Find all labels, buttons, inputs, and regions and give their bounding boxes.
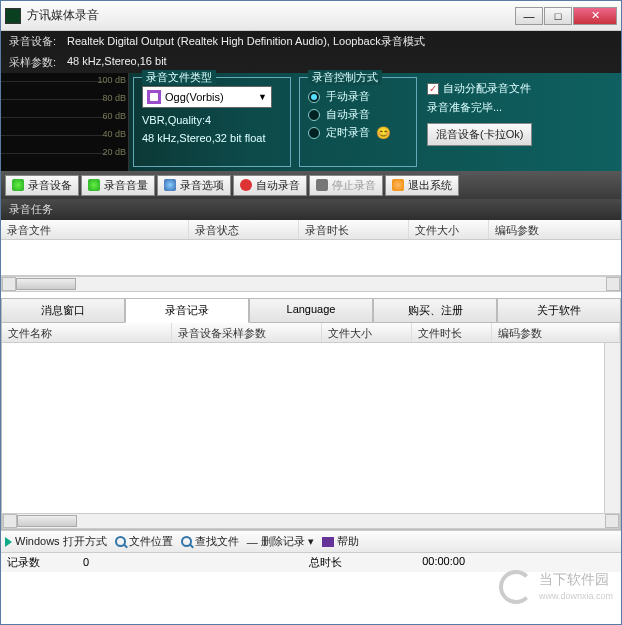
control-legend: 录音控制方式: [308, 70, 382, 85]
file-type-combo[interactable]: Ogg(Vorbis) ▼: [142, 86, 272, 108]
scroll-left-icon[interactable]: [2, 277, 16, 291]
rec-col-dur[interactable]: 文件时长: [412, 323, 492, 342]
tab-purchase[interactable]: 购买、注册: [373, 298, 497, 323]
mix-device-button[interactable]: 混音设备(卡拉Ok): [427, 123, 532, 146]
task-hscroll[interactable]: [1, 276, 621, 292]
record-icon: [240, 179, 252, 191]
task-col-size[interactable]: 文件大小: [409, 220, 489, 239]
control-mode-group: 录音控制方式 手动录音 自动录音 定时录音😊: [299, 77, 417, 167]
radio-icon: [308, 91, 320, 103]
tool-auto-record[interactable]: 自动录音: [233, 175, 307, 196]
tool-stop[interactable]: 停止录音: [309, 175, 383, 196]
scroll-right-icon[interactable]: [605, 514, 619, 528]
task-col-file[interactable]: 录音文件: [1, 220, 189, 239]
task-col-state[interactable]: 录音状态: [189, 220, 299, 239]
auto-alloc-checkbox[interactable]: ✓自动分配录音文件: [427, 81, 532, 96]
smiley-icon: 😊: [376, 126, 391, 140]
disk-icon: [147, 90, 161, 104]
level-meter: 100 dB 80 dB 60 dB 40 dB 20 dB: [1, 73, 129, 171]
task-list-body: [1, 240, 621, 276]
tab-records[interactable]: 录音记录: [125, 298, 249, 323]
stop-icon: [316, 179, 328, 191]
file-type-legend: 录音文件类型: [142, 70, 216, 85]
file-type-group: 录音文件类型 Ogg(Vorbis) ▼ VBR,Quality:4 48 kH…: [133, 77, 291, 167]
scroll-thumb[interactable]: [17, 515, 77, 527]
search-icon: [181, 536, 192, 547]
task-col-dur[interactable]: 录音时长: [299, 220, 409, 239]
open-with-button[interactable]: Windows 打开方式: [5, 534, 107, 549]
record-vscroll[interactable]: [604, 343, 620, 513]
radio-icon: [308, 109, 320, 121]
record-hscroll[interactable]: [2, 513, 620, 529]
rec-col-sample[interactable]: 录音设备采样参数: [172, 323, 322, 342]
file-type-selected: Ogg(Vorbis): [165, 91, 224, 103]
scroll-right-icon[interactable]: [606, 277, 620, 291]
options-icon: [164, 179, 176, 191]
tab-language[interactable]: Language: [249, 298, 373, 323]
count-label: 记录数: [7, 556, 40, 568]
titlebar: 方讯媒体录音 — □ ✕: [1, 1, 621, 31]
app-icon: [5, 8, 21, 24]
radio-timed[interactable]: 定时录音😊: [308, 125, 408, 140]
file-location-button[interactable]: 文件位置: [115, 534, 173, 549]
find-file-button[interactable]: 查找文件: [181, 534, 239, 549]
search-icon: [115, 536, 126, 547]
dur-value: 00:00:00: [422, 555, 465, 570]
play-icon: [5, 537, 12, 547]
radio-manual[interactable]: 手动录音: [308, 89, 408, 104]
status-bar: 记录数 0 总时长 00:00:00: [1, 552, 621, 572]
task-columns: 录音文件 录音状态 录音时长 文件大小 编码参数: [1, 220, 621, 240]
radio-auto[interactable]: 自动录音: [308, 107, 408, 122]
volume-icon: [88, 179, 100, 191]
tool-exit[interactable]: 退出系统: [385, 175, 459, 196]
window-title: 方讯媒体录音: [27, 7, 515, 24]
close-button[interactable]: ✕: [573, 7, 617, 25]
minus-icon: —: [247, 536, 258, 548]
watermark-logo-icon: [499, 570, 533, 604]
tab-messages[interactable]: 消息窗口: [1, 298, 125, 323]
book-icon: [322, 537, 334, 547]
chevron-down-icon: ▼: [258, 92, 267, 102]
device-value: Realtek Digital Output (Realtek High Def…: [67, 34, 425, 49]
scroll-thumb[interactable]: [16, 278, 76, 290]
tasks-title: 录音任务: [1, 199, 621, 220]
record-columns: 文件名称 录音设备采样参数 文件大小 文件时长 编码参数: [2, 323, 620, 343]
scroll-left-icon[interactable]: [3, 514, 17, 528]
device-label: 录音设备:: [9, 34, 67, 49]
watermark: 当下软件园www.downxia.com: [499, 570, 613, 604]
quality-text: VBR,Quality:4: [142, 114, 282, 126]
rec-col-size[interactable]: 文件大小: [322, 323, 412, 342]
device-icon: [12, 179, 24, 191]
ready-status: 录音准备完毕...: [427, 100, 532, 115]
minimize-button[interactable]: —: [515, 7, 543, 25]
checkbox-icon: ✓: [427, 83, 439, 95]
sample-label: 采样参数:: [9, 55, 67, 70]
radio-icon: [308, 127, 320, 139]
count-value: 0: [83, 556, 89, 568]
delete-record-button[interactable]: —删除记录▾: [247, 534, 314, 549]
bottom-toolbar: Windows 打开方式 文件位置 查找文件 —删除记录▾ 帮助: [1, 530, 621, 552]
chevron-down-icon: ▾: [308, 535, 314, 548]
rec-col-name[interactable]: 文件名称: [2, 323, 172, 342]
sample-value: 48 kHz,Stereo,16 bit: [67, 55, 167, 70]
task-col-enc[interactable]: 编码参数: [489, 220, 621, 239]
tab-bar: 消息窗口 录音记录 Language 购买、注册 关于软件: [1, 298, 621, 323]
exit-icon: [392, 179, 404, 191]
tab-about[interactable]: 关于软件: [497, 298, 621, 323]
dur-label: 总时长: [309, 556, 342, 568]
format-text: 48 kHz,Stereo,32 bit float: [142, 132, 282, 144]
tool-device[interactable]: 录音设备: [5, 175, 79, 196]
tool-volume[interactable]: 录音音量: [81, 175, 155, 196]
maximize-button[interactable]: □: [544, 7, 572, 25]
record-list-body: [2, 343, 620, 513]
tool-options[interactable]: 录音选项: [157, 175, 231, 196]
help-button[interactable]: 帮助: [322, 534, 359, 549]
rec-col-enc[interactable]: 编码参数: [492, 323, 620, 342]
main-toolbar: 录音设备 录音音量 录音选项 自动录音 停止录音 退出系统: [1, 171, 621, 199]
